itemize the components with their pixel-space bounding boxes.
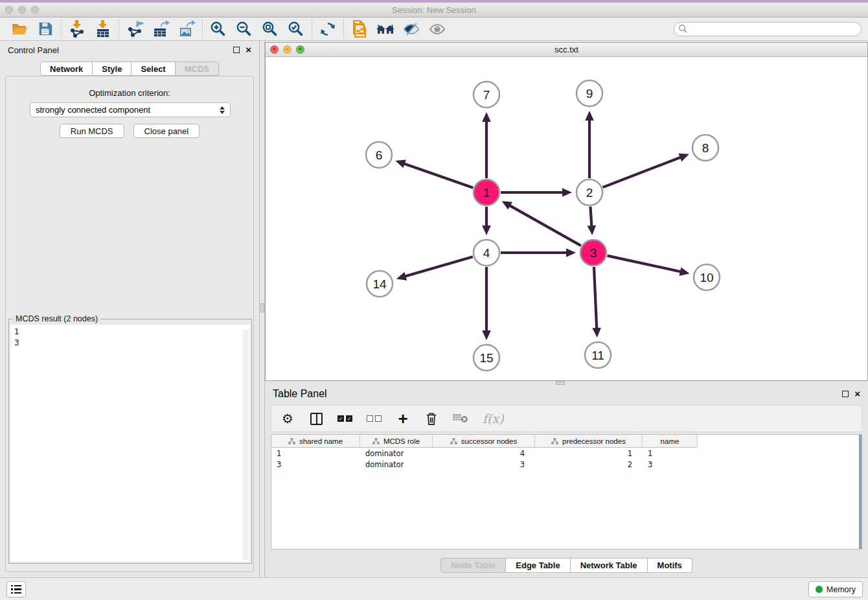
maximize-view-button[interactable]: + <box>296 45 304 54</box>
tab-node-table[interactable]: Node Table <box>440 558 506 573</box>
node-table[interactable]: shared name MCDS role successor nodes pr… <box>271 434 862 549</box>
edge-arrowhead <box>592 328 601 338</box>
import-network-icon[interactable] <box>64 19 90 40</box>
export-network-icon[interactable] <box>122 19 148 40</box>
tab-style[interactable]: Style <box>93 62 131 76</box>
zoom-selected-icon[interactable] <box>283 19 309 40</box>
close-panel-icon[interactable]: × <box>246 47 251 53</box>
select-all-checkboxes-icon[interactable]: ✓✓ <box>337 410 352 427</box>
splitter-grip[interactable] <box>260 303 264 312</box>
edge-1-6[interactable] <box>403 163 473 188</box>
edge-3-10[interactable] <box>607 256 681 272</box>
toolbar-separator <box>202 19 203 39</box>
control-panel-title: Control Panel <box>8 45 59 55</box>
select-chevrons-icon <box>220 106 225 114</box>
function-builder-icon[interactable]: f(x) <box>483 410 504 427</box>
hierarchy-icon <box>288 438 295 444</box>
edge-4-14[interactable] <box>404 257 472 277</box>
export-image-icon[interactable] <box>174 19 200 40</box>
node-table-header: shared name MCDS role successor nodes pr… <box>271 435 862 448</box>
graph-node-label: 14 <box>372 277 387 291</box>
add-column-icon[interactable]: + <box>396 410 410 427</box>
optimization-criterion-select[interactable]: strongly connected component <box>30 102 231 117</box>
table-row[interactable]: 3 dominator 3 2 3 <box>271 459 862 470</box>
column-header-name[interactable]: name <box>643 435 698 448</box>
hierarchy-icon <box>551 438 558 444</box>
column-header-predecessor-nodes[interactable]: predecessor nodes <box>535 435 643 448</box>
cell-name[interactable]: 1 <box>643 448 698 459</box>
tab-select[interactable]: Select <box>131 62 175 76</box>
save-session-icon[interactable] <box>32 19 58 40</box>
column-header-shared-name[interactable]: shared name <box>271 435 360 448</box>
close-table-panel-icon[interactable]: × <box>854 391 860 397</box>
open-session-icon[interactable] <box>6 19 32 40</box>
horizontal-splitter-grip[interactable] <box>556 381 565 385</box>
zoom-in-icon[interactable] <box>205 19 231 40</box>
close-view-button[interactable]: × <box>270 45 279 54</box>
control-panel: Control Panel × Network Style Select MCD… <box>0 41 259 577</box>
column-view-icon[interactable] <box>309 410 323 427</box>
edge-2-8[interactable] <box>603 157 682 187</box>
vertical-splitter[interactable] <box>259 41 265 577</box>
table-scrollbar[interactable] <box>859 435 862 549</box>
edge-arrowhead <box>585 111 594 121</box>
cell-mcds-role[interactable]: dominator <box>360 459 433 470</box>
edge-arrowhead <box>680 267 690 275</box>
table-settings-gear-icon[interactable]: ⚙ <box>280 410 295 427</box>
edge-2-3[interactable] <box>590 207 591 227</box>
tab-mcds[interactable]: MCDS <box>176 62 219 76</box>
cell-shared-name[interactable]: 1 <box>271 448 360 459</box>
network-window-titlebar[interactable]: × − + scc.txt <box>266 43 867 57</box>
birds-eye-view-icon[interactable] <box>372 19 398 40</box>
search-field[interactable] <box>674 22 862 36</box>
run-mcds-button[interactable]: Run MCDS <box>60 124 124 138</box>
cell-shared-name[interactable]: 3 <box>271 459 360 470</box>
optimization-criterion-value: strongly connected component <box>36 105 150 115</box>
refresh-view-icon[interactable] <box>315 19 341 40</box>
table-row[interactable]: 1 dominator 4 1 1 <box>271 448 862 459</box>
cell-successor-nodes[interactable]: 3 <box>433 459 535 470</box>
deselect-all-checkboxes-icon[interactable] <box>367 410 382 427</box>
network-graph[interactable]: 7968124314101511 <box>266 57 867 380</box>
cell-name[interactable]: 3 <box>643 459 698 470</box>
clone-network-icon[interactable] <box>347 19 372 40</box>
cell-mcds-role[interactable]: dominator <box>360 448 433 459</box>
mcds-result-line: 3 <box>14 338 246 349</box>
float-panel-icon[interactable] <box>233 47 240 53</box>
search-input[interactable] <box>688 25 850 34</box>
table-panel-title: Table Panel <box>273 388 327 400</box>
edge-arrowhead <box>566 248 576 257</box>
cell-predecessor-nodes[interactable]: 2 <box>535 459 643 470</box>
mcds-result-textarea[interactable]: 1 3 <box>10 325 250 562</box>
cell-predecessor-nodes[interactable]: 1 <box>535 448 643 459</box>
task-history-button[interactable] <box>6 581 26 597</box>
delete-table-icon[interactable] <box>453 410 468 427</box>
tab-motifs[interactable]: Motifs <box>648 558 692 573</box>
edge-3-11[interactable] <box>594 267 597 330</box>
cell-successor-nodes[interactable]: 4 <box>433 448 535 459</box>
export-table-icon[interactable] <box>148 19 174 40</box>
close-panel-button[interactable]: Close panel <box>133 124 200 138</box>
graph-node-label: 15 <box>479 351 493 365</box>
tab-network-table[interactable]: Network Table <box>571 558 648 573</box>
tab-network[interactable]: Network <box>40 62 93 76</box>
delete-columns-icon[interactable] <box>424 410 439 427</box>
edge-3-1[interactable] <box>508 205 581 246</box>
zoom-out-icon[interactable] <box>231 19 257 40</box>
minimize-view-button[interactable]: − <box>283 45 291 54</box>
float-table-panel-icon[interactable] <box>842 391 849 397</box>
result-scrollbar[interactable] <box>243 330 249 560</box>
hide-panels-icon[interactable] <box>398 19 424 40</box>
memory-status-icon <box>816 586 823 593</box>
memory-button[interactable]: Memory <box>808 581 863 597</box>
mcds-result-line: 1 <box>14 327 246 338</box>
tab-edge-table[interactable]: Edge Table <box>506 558 570 573</box>
column-header-successor-nodes[interactable]: successor nodes <box>433 435 535 448</box>
zoom-fit-icon[interactable] <box>257 19 283 40</box>
network-canvas[interactable]: 7968124314101511 <box>266 57 867 380</box>
graph-node-label: 4 <box>483 246 490 260</box>
show-panels-icon[interactable] <box>424 19 450 40</box>
column-header-mcds-role[interactable]: MCDS role <box>360 435 433 448</box>
main-titlebar[interactable]: Session: New Session <box>0 3 868 17</box>
import-table-icon[interactable] <box>90 19 116 40</box>
